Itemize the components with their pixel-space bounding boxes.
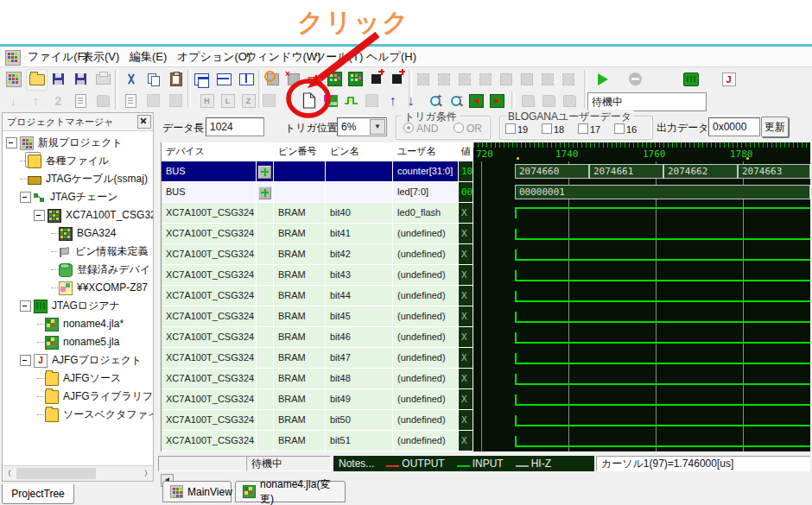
open-file-button[interactable] xyxy=(26,69,48,91)
table-row[interactable]: BUS counter[31:0] 10 xyxy=(162,161,473,182)
logana-window-button[interactable] xyxy=(681,69,701,89)
tree-item-noname5[interactable]: noname5.jla xyxy=(3,333,153,351)
alarm-button[interactable] xyxy=(93,91,113,110)
add-watch-button[interactable] xyxy=(366,69,386,89)
tile-vertical-button[interactable] xyxy=(237,69,257,89)
tree-item-ajfg-project[interactable]: J AJFGプロジェクト xyxy=(3,351,153,369)
menu-tools[interactable]: ツール(T) xyxy=(311,49,366,64)
table-row[interactable]: XC7A100T_CSG324 BRAM bit44 (undefined) X xyxy=(162,286,473,306)
collapse-icon[interactable] xyxy=(6,137,17,148)
device-tool-2-button[interactable] xyxy=(434,69,454,89)
set-hiz-button[interactable]: Z xyxy=(238,91,258,110)
data-length-input[interactable]: 1024 xyxy=(206,117,264,136)
collapse-icon[interactable] xyxy=(20,300,31,312)
tree-item-new-project[interactable]: 新規プロジェクト xyxy=(3,134,153,152)
table-row[interactable]: XC7A100T_CSG324 BRAM bit43 (undefined) X xyxy=(162,265,473,286)
expand-bus-button[interactable] xyxy=(258,166,271,179)
table-row[interactable]: XC7A100T_CSG324 BRAM bit47 (undefined) X xyxy=(162,348,473,369)
table-row[interactable]: XC7A100T_CSG324 BRAM bit49 (undefined) X xyxy=(162,389,473,410)
collapse-icon[interactable] xyxy=(34,210,45,221)
register-list-button[interactable] xyxy=(121,91,141,110)
trigger-and-radio[interactable]: AND xyxy=(403,123,438,135)
waveform-settings-button[interactable] xyxy=(341,91,361,110)
set-low-button[interactable]: L xyxy=(218,91,238,110)
table-row[interactable]: XC7A100T_CSG324 BRAM bit50 (undefined) X xyxy=(162,410,473,431)
tree-horizontal-scrollbar[interactable]: 〈 〉 xyxy=(3,465,153,481)
copy-button[interactable] xyxy=(143,69,163,89)
move-signal-up-button[interactable]: ↑ xyxy=(383,91,403,110)
column-pin-number[interactable]: ピン番号 xyxy=(274,142,326,161)
tree-item-xcomp[interactable]: ¥¥XCOMP-Z87 xyxy=(3,279,153,297)
tree-item-bga324[interactable]: BGA324 xyxy=(3,224,153,243)
bram-capture-button[interactable]: BRAM xyxy=(320,91,340,110)
zoom-out-button[interactable]: − xyxy=(446,91,466,110)
new-waveform-button[interactable] xyxy=(299,91,319,110)
connect-cable-button[interactable] xyxy=(263,69,282,89)
move-signal-down-button[interactable]: ↓ xyxy=(401,91,421,110)
save-all-button[interactable] xyxy=(71,69,91,89)
table-row[interactable]: BUS led[7:0] 00 xyxy=(162,182,473,203)
table-row[interactable]: XC7A100T_CSG324 BRAM bit45 (undefined) X xyxy=(162,306,473,327)
trigger-or-radio[interactable]: OR xyxy=(454,123,482,135)
tab-mainview[interactable]: MainView xyxy=(162,481,232,502)
tree-item-ajfg-library[interactable]: AJFGライブラリファイ xyxy=(3,388,153,406)
tree-item-jtag-logana[interactable]: JTAGロジアナ xyxy=(3,297,153,315)
collapse-icon[interactable] xyxy=(20,192,31,203)
tab-noname4[interactable]: noname4.jla(変更) xyxy=(235,481,346,502)
project-manager-button[interactable] xyxy=(3,69,23,89)
table-row[interactable]: XC7A100T_CSG324 BRAM bit42 (undefined) X xyxy=(162,244,473,265)
menu-view[interactable]: 表示(V) xyxy=(79,49,123,64)
run-capture-button[interactable] xyxy=(593,69,612,89)
table-row[interactable]: XC7A100T_CSG324 BRAM bit48 (undefined) X xyxy=(162,369,473,389)
user-data-bit17-checkbox[interactable]: 17 xyxy=(578,123,600,135)
set-high-button[interactable]: H xyxy=(197,91,217,110)
notes-label[interactable]: Notes... xyxy=(339,457,374,470)
save-button[interactable] xyxy=(48,69,68,89)
tile-horizontal-button[interactable] xyxy=(214,69,234,89)
disconnect-cable-button[interactable]: × xyxy=(283,69,303,89)
scrollbar-thumb[interactable] xyxy=(16,468,96,479)
boundary-scan-button[interactable] xyxy=(325,69,345,89)
tool-a-button[interactable] xyxy=(143,91,163,110)
device-tool-6-button[interactable] xyxy=(517,69,536,89)
menu-help[interactable]: ヘルプ(H) xyxy=(363,49,420,64)
update-button[interactable]: 更新 xyxy=(761,117,789,137)
download-button[interactable]: ↓ xyxy=(3,91,23,110)
expand-bus-button[interactable] xyxy=(258,186,271,199)
stop-capture-button[interactable] xyxy=(625,69,645,89)
collapse-icon[interactable] xyxy=(20,355,31,366)
tree-item-jtag-cable[interactable]: JTAGケーブル(ssmaj) xyxy=(3,170,153,188)
tree-item-ajfg-source[interactable]: AJFGソース xyxy=(3,369,153,388)
tree-item-noname4[interactable]: noname4.jla* xyxy=(3,315,153,333)
goto-cursor-button[interactable]: ▶ xyxy=(487,91,507,110)
table-row[interactable]: XC7A100T_CSG324 BRAM bit46 (undefined) X xyxy=(162,327,473,348)
chevron-down-icon[interactable]: ▼ xyxy=(370,119,385,135)
reset-button[interactable]: RES xyxy=(304,69,324,89)
user-data-bit16-checkbox[interactable]: 16 xyxy=(614,123,637,135)
device-tool-4-button[interactable] xyxy=(475,69,495,89)
device-tool-3-button[interactable] xyxy=(454,69,474,89)
program-file-button[interactable] xyxy=(71,91,91,110)
device-tool-7-button[interactable] xyxy=(537,69,557,89)
device-tool-1-button[interactable] xyxy=(413,69,433,89)
ajfg-window-button[interactable]: J xyxy=(719,69,739,89)
output-data-input[interactable]: 0x0000 xyxy=(708,117,760,136)
table-row[interactable]: XC7A100T_CSG324 BRAM bit40 led0_flash X xyxy=(162,203,473,224)
device-tool-8-button[interactable] xyxy=(558,69,578,89)
waveform-view[interactable]: 720 1740 1760 1780 2074660 2074661 20746… xyxy=(473,142,810,451)
column-device[interactable]: デバイス xyxy=(162,142,257,161)
goto-trigger-button[interactable]: ◀ xyxy=(466,91,486,110)
column-pin-name[interactable]: ピン名 xyxy=(326,142,393,161)
stamp-3-button[interactable] xyxy=(560,91,580,110)
add-watch-list-button[interactable] xyxy=(387,69,407,89)
close-panel-button[interactable] xyxy=(137,115,151,129)
zoom-in-button[interactable]: + xyxy=(425,91,445,110)
user-data-bit19-checkbox[interactable]: 19 xyxy=(505,123,528,135)
column-value[interactable]: 値 xyxy=(459,142,473,161)
print-button[interactable] xyxy=(93,69,113,89)
column-user-name[interactable]: ユーザ名 xyxy=(393,142,459,161)
verify-button[interactable]: 2 xyxy=(48,91,68,110)
tree-item-device[interactable]: XC7A100T_CSG324 xyxy=(3,206,153,224)
menu-edit[interactable]: 編集(E) xyxy=(126,49,170,64)
scroll-left-icon[interactable]: 〈 xyxy=(3,468,16,479)
